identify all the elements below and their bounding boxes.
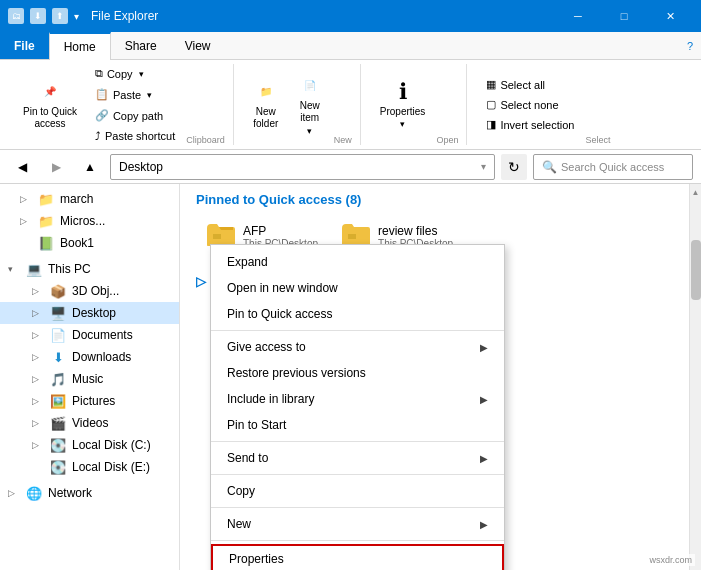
search-placeholder: Search Quick access [561,161,664,173]
properties-arrow[interactable]: ▾ [400,119,405,129]
new-item-icon: 📄 [298,74,322,98]
ctx-copy[interactable]: Copy [211,478,504,504]
expand-icon: ▷ [20,216,32,226]
help-button[interactable]: ? [679,32,701,59]
sidebar-item-downloads[interactable]: ▷ ⬇ Downloads [0,346,179,368]
ctx-new-arrow: ▶ [480,519,488,530]
ctx-open-new-window-label: Open in new window [227,281,488,295]
refresh-button[interactable]: ↻ [501,154,527,180]
sidebar-item-label: Videos [72,416,108,430]
ctx-give-access[interactable]: Give access to ▶ [211,334,504,360]
sidebar-item-this-pc[interactable]: ▾ 💻 This PC [0,258,179,280]
window-title: File Explorer [91,9,158,23]
tab-share[interactable]: Share [111,32,171,59]
ctx-pin-quick-access[interactable]: Pin to Quick access [211,301,504,327]
ctx-new[interactable]: New ▶ [211,511,504,537]
sidebar-item-label: Network [48,486,92,500]
sidebar-item-videos[interactable]: ▷ 🎬 Videos [0,412,179,434]
sidebar-item-music[interactable]: ▷ 🎵 Music [0,368,179,390]
ctx-pin-start[interactable]: Pin to Start [211,412,504,438]
sidebar-item-label: Music [72,372,103,386]
expand-icon: ▷ [32,330,44,340]
select-btns: ▦ Select all ▢ Select none ◨ Invert sele… [479,75,581,134]
sidebar-item-label: 3D Obj... [72,284,119,298]
disk-e-icon: 💽 [50,459,66,475]
sidebar-item-label: Downloads [72,350,131,364]
ctx-separator-3 [211,474,504,475]
new-item-btn[interactable]: 📄 Newitem ▾ [290,69,330,141]
sidebar-item-label: Pictures [72,394,115,408]
forward-button[interactable]: ▶ [42,154,70,180]
ctx-open-new-window[interactable]: Open in new window [211,275,504,301]
minimize-button[interactable]: ─ [555,0,601,32]
copy-btn[interactable]: ⧉ Copy ▾ [88,64,182,83]
paste-dropdown[interactable]: ▾ [147,90,152,100]
ctx-properties[interactable]: Properties [211,544,504,570]
svg-rect-1 [213,234,221,239]
search-box[interactable]: 🔍 Search Quick access [533,154,693,180]
ctx-expand[interactable]: Expand [211,249,504,275]
svg-rect-3 [348,234,356,239]
qa-icon-1[interactable]: 🗂 [8,8,24,24]
expand-icon: ▷ [32,286,44,296]
scrollbar-up-btn[interactable]: ▲ [691,184,701,200]
main-area: ▷ 📁 march ▷ 📁 Micros... ▷ 📗 Book1 ▾ 💻 Th… [0,184,701,570]
quick-access-icons: 🗂 ⬇ ⬆ ▾ [8,8,79,24]
qa-icon-2[interactable]: ⬇ [30,8,46,24]
title-bar-arrow[interactable]: ▾ [74,11,79,22]
properties-icon: ℹ [391,80,415,104]
invert-icon: ◨ [486,118,496,131]
sidebar-item-book1[interactable]: ▷ 📗 Book1 [0,232,179,254]
new-group: 📁 Newfolder 📄 Newitem ▾ New [238,64,361,145]
new-folder-btn[interactable]: 📁 Newfolder [246,75,286,135]
paste-shortcut-btn[interactable]: ⤴ Paste shortcut [88,127,182,145]
sidebar-item-label: Desktop [72,306,116,320]
sidebar-item-label: Local Disk (C:) [72,438,151,452]
open-label: Open [436,135,458,145]
sidebar-item-micros[interactable]: ▷ 📁 Micros... [0,210,179,232]
3d-objects-icon: 📦 [50,283,66,299]
tab-view[interactable]: View [171,32,225,59]
content-wrapper: Pinned to Quick access (8) AFP [180,184,701,570]
ctx-include-library-arrow: ▶ [480,394,488,405]
address-box[interactable]: Desktop ▾ [110,154,495,180]
ctx-include-library[interactable]: Include in library ▶ [211,386,504,412]
sidebar-item-label: Documents [72,328,133,342]
invert-selection-btn[interactable]: ◨ Invert selection [479,115,581,134]
sidebar-item-label: This PC [48,262,91,276]
sidebar-item-label: march [60,192,93,206]
back-button[interactable]: ◀ [8,154,36,180]
ctx-restore-prev[interactable]: Restore previous versions [211,360,504,386]
new-item-arrow[interactable]: ▾ [307,126,312,136]
tab-home[interactable]: Home [49,32,111,60]
sidebar-item-3d-objects[interactable]: ▷ 📦 3D Obj... [0,280,179,302]
pinned-section-header[interactable]: Pinned to Quick access (8) [196,192,673,207]
sidebar-item-local-disk-e[interactable]: ▷ 💽 Local Disk (E:) [0,456,179,478]
ctx-separator-5 [211,540,504,541]
select-label: Select [585,135,610,145]
sidebar-item-pictures[interactable]: ▷ 🖼️ Pictures [0,390,179,412]
scrollbar-thumb[interactable] [691,240,701,300]
qa-icon-3[interactable]: ⬆ [52,8,68,24]
paste-btn[interactable]: 📋 Paste ▾ [88,85,182,104]
pin-to-quick-access-btn[interactable]: 📌 Pin to Quickaccess [16,75,84,135]
up-button[interactable]: ▲ [76,154,104,180]
address-dropdown[interactable]: ▾ [481,161,486,172]
sidebar-item-march[interactable]: ▷ 📁 march [0,188,179,210]
ctx-send-to[interactable]: Send to ▶ [211,445,504,471]
copy-dropdown[interactable]: ▾ [139,69,144,79]
properties-btn[interactable]: ℹ Properties ▾ [373,75,433,134]
ctx-separator-2 [211,441,504,442]
select-none-btn[interactable]: ▢ Select none [479,95,581,114]
copy-path-btn[interactable]: 🔗 Copy path [88,106,182,125]
sidebar-item-network[interactable]: ▷ 🌐 Network [0,482,179,504]
close-button[interactable]: ✕ [647,0,693,32]
sidebar-item-local-disk-c[interactable]: ▷ 💽 Local Disk (C:) [0,434,179,456]
select-all-btn[interactable]: ▦ Select all [479,75,581,94]
paste-shortcut-icon: ⤴ [95,130,101,142]
sidebar-item-documents[interactable]: ▷ 📄 Documents [0,324,179,346]
maximize-button[interactable]: □ [601,0,647,32]
vertical-scrollbar[interactable]: ▲ ▼ [689,184,701,570]
sidebar-item-desktop[interactable]: ▷ 🖥️ Desktop [0,302,179,324]
tab-file[interactable]: File [0,32,49,59]
